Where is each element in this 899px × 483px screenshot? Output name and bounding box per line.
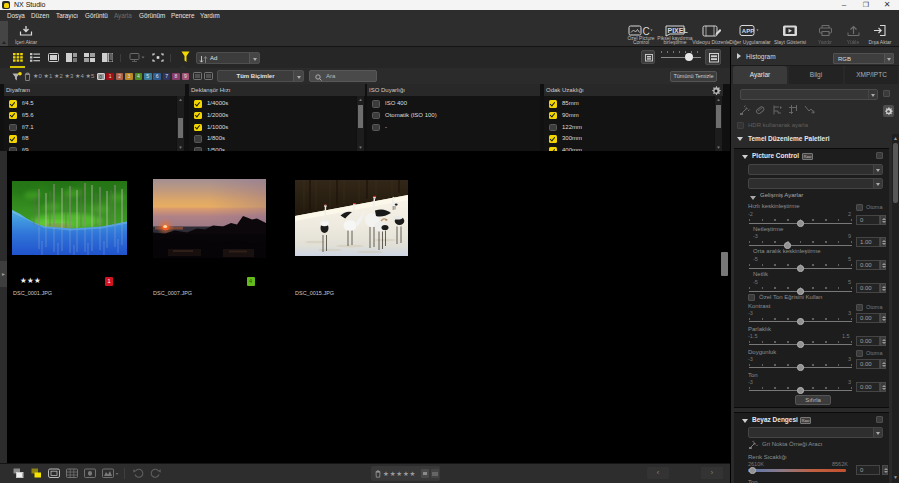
svg-text:APP: APP: [742, 28, 754, 34]
svg-text:PIXEL: PIXEL: [668, 27, 689, 34]
